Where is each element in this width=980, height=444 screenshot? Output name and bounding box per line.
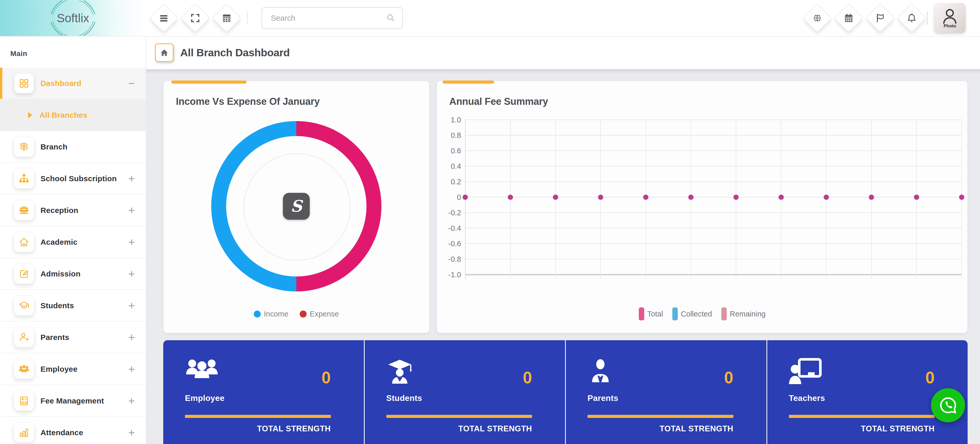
user-avatar[interactable]: Photo	[934, 3, 966, 33]
svg-text:0.2: 0.2	[451, 177, 461, 186]
admission-icon	[14, 264, 34, 284]
sidebar-item-school-subscription[interactable]: School Subscription +	[0, 163, 146, 195]
home-button[interactable]	[155, 43, 173, 62]
parents-icon	[14, 327, 34, 347]
legend-label: Expense	[310, 310, 339, 318]
sidebar-item-reception[interactable]: Reception +	[0, 195, 146, 227]
sidebar-item-fee-management[interactable]: Fee Management +	[0, 385, 146, 417]
sidebar-item-employee[interactable]: Employee +	[0, 353, 146, 385]
sidebar-item-dashboard[interactable]: Dashboard −	[0, 68, 146, 99]
annual-fee-chart[interactable]: 1.00.80.60.40.20-0.2-0.4-0.6-0.8-1.0JanF…	[437, 114, 967, 279]
sidebar-item-branch[interactable]: Branch	[0, 131, 146, 163]
expand-icon[interactable]: +	[128, 395, 135, 407]
sidebar-item-attendance[interactable]: Attendance +	[0, 417, 146, 444]
stat-card-students[interactable]: 0 Students TOTAL STRENGTH	[364, 340, 565, 444]
expand-icon[interactable]: +	[128, 300, 135, 311]
legend-item-total[interactable]: Total	[639, 307, 663, 320]
expand-icon[interactable]: +	[128, 173, 135, 184]
svg-text:0.6: 0.6	[451, 147, 461, 155]
grid-table-icon	[221, 13, 232, 24]
expand-icon[interactable]: +	[128, 268, 135, 279]
income-expense-donut-chart[interactable]: S	[211, 121, 382, 291]
fullscreen-button[interactable]	[181, 3, 210, 32]
parent-person-icon	[587, 358, 767, 387]
legend-label: Collected	[681, 310, 712, 318]
whatsapp-button[interactable]	[931, 388, 965, 422]
svg-text:-0.4: -0.4	[448, 224, 461, 232]
notifications-button[interactable]	[897, 3, 926, 32]
stat-label: Parents	[587, 393, 767, 403]
stat-card-employee[interactable]: 0 Employee TOTAL STRENGTH	[163, 340, 364, 444]
annual-fee-legend: Total Collected Remaining	[437, 307, 967, 320]
expand-icon[interactable]: +	[128, 363, 135, 375]
svg-text:0.8: 0.8	[451, 131, 461, 139]
income-expense-card: Income Vs Expense Of January S Income Ex…	[163, 81, 430, 333]
search-box	[261, 7, 403, 29]
content-area: Income Vs Expense Of January S Income Ex…	[146, 69, 980, 444]
stat-divider-bar	[789, 415, 935, 418]
academic-icon	[14, 232, 34, 252]
attendance-icon	[14, 423, 34, 442]
collapse-icon[interactable]: −	[128, 78, 135, 89]
stat-footer-label: TOTAL STRENGTH	[789, 424, 935, 433]
sidebar-item-label: Fee Management	[40, 396, 104, 405]
stat-value: 0	[523, 368, 532, 387]
legend-label: Total	[648, 310, 663, 318]
legend-item-income[interactable]: Income	[254, 310, 288, 318]
softlix-s-logo: S	[283, 193, 310, 220]
reception-icon	[14, 201, 34, 220]
expand-icon[interactable]: +	[128, 332, 135, 343]
apps-grid-button[interactable]	[212, 3, 241, 32]
legend-item-collected[interactable]: Collected	[672, 307, 712, 320]
stat-value: 0	[321, 368, 331, 387]
students-icon	[14, 296, 34, 315]
photo-label: Photo	[943, 24, 956, 29]
bell-icon	[906, 13, 917, 24]
svg-text:-0.2: -0.2	[448, 209, 461, 217]
legend-item-expense[interactable]: Expense	[300, 310, 339, 318]
legend-item-remaining[interactable]: Remaining	[721, 307, 766, 320]
calendar-icon	[843, 13, 854, 24]
expand-icon[interactable]: +	[128, 427, 135, 438]
expense-legend-dot	[300, 311, 307, 318]
search-icon[interactable]	[385, 13, 397, 24]
dashboard-icon	[14, 73, 34, 93]
teacher-board-icon	[789, 358, 968, 387]
main-area: All Branch Dashboard Income Vs Expense O…	[146, 36, 980, 444]
svg-text:0: 0	[457, 193, 461, 201]
stat-value: 0	[925, 368, 935, 387]
search-input[interactable]	[261, 7, 403, 29]
income-expense-title: Income Vs Expense Of January	[164, 81, 429, 107]
softlix-logo-icon: Softlix	[41, 0, 105, 36]
top-header: Softlix	[0, 0, 980, 37]
chart-grid: 1.00.80.60.40.20-0.2-0.4-0.6-0.8-1.0JanF…	[448, 116, 967, 279]
sidebar-nav: Main Dashboard − All Branches Branch Sch…	[0, 36, 146, 444]
brand-logo[interactable]: Softlix	[0, 0, 146, 36]
collected-legend-marker	[672, 307, 678, 320]
total-strength-panel: 0 Employee TOTAL STRENGTH 0 Students TOT…	[163, 340, 967, 444]
stat-value: 0	[724, 368, 733, 387]
report-flag-button[interactable]	[865, 3, 895, 32]
sidebar-item-academic[interactable]: Academic +	[0, 227, 146, 258]
total-legend-marker	[639, 307, 644, 320]
menu-toggle-button[interactable]	[149, 3, 178, 32]
language-button[interactable]	[803, 3, 832, 32]
sidebar-item-parents[interactable]: Parents +	[0, 322, 146, 353]
sidebar-item-students[interactable]: Students +	[0, 290, 146, 322]
branch-icon	[14, 137, 34, 157]
calendar-button[interactable]	[834, 3, 863, 32]
legend-label: Remaining	[730, 310, 766, 318]
svg-text:-0.8: -0.8	[448, 255, 461, 263]
sidebar-item-label: Reception	[40, 206, 78, 215]
employee-icon	[14, 359, 34, 379]
sidebar-item-admission[interactable]: Admission +	[0, 258, 146, 290]
expand-icon[interactable]: +	[128, 205, 135, 216]
sidebar-item-all-branches[interactable]: All Branches	[0, 99, 146, 131]
stat-card-parents[interactable]: 0 Parents TOTAL STRENGTH	[565, 340, 767, 444]
header-right-icons	[803, 3, 926, 32]
flag-icon	[875, 13, 886, 24]
stat-divider-bar	[587, 415, 733, 418]
stat-divider-bar	[386, 415, 532, 418]
expand-icon[interactable]: +	[128, 236, 135, 248]
brand-name: Softlix	[57, 11, 89, 25]
